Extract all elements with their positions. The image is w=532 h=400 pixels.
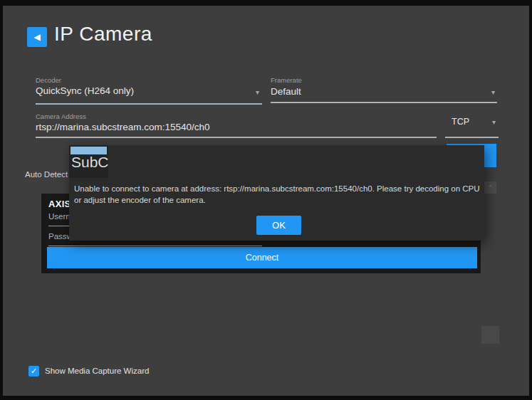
checkmark-icon: ✓	[31, 367, 37, 375]
decoder-underline	[36, 103, 262, 105]
connect-button[interactable]: Connect	[47, 247, 477, 268]
subc-logo: SubC	[69, 145, 108, 178]
page-title: IP Camera	[54, 23, 152, 46]
show-wizard-label: Show Media Capture Wizard	[45, 367, 149, 375]
decoder-select[interactable]: QuickSync (H264 only)	[36, 85, 134, 96]
connect-button-label: Connect	[246, 253, 279, 263]
auto-detect-section-label: Auto Detect	[25, 170, 68, 179]
camera-address-underline	[36, 137, 437, 138]
framerate-underline	[271, 102, 497, 103]
framerate-label: Framerate	[271, 76, 302, 84]
chevron-down-icon[interactable]: ▾	[256, 88, 259, 96]
transport-select[interactable]: TCP	[452, 117, 469, 127]
back-arrow-icon: ◀	[33, 32, 40, 42]
error-dialog: SubC Unable to connect to camera at addr…	[69, 145, 484, 241]
password-underline	[48, 246, 262, 246]
back-button[interactable]: ◀	[27, 27, 47, 47]
chevron-down-icon[interactable]: ▾	[492, 118, 496, 126]
secondary-action-button[interactable]	[481, 326, 499, 344]
show-wizard-checkbox[interactable]: ✓	[28, 366, 39, 377]
chevron-down-icon[interactable]: ▾	[491, 88, 495, 96]
chevron-up-icon: ⌃	[488, 184, 494, 191]
framerate-select[interactable]: Default	[271, 86, 301, 97]
dialog-message: Unable to connect to camera at address: …	[74, 183, 481, 206]
camera-address-label: Camera Address	[36, 112, 86, 120]
dialog-title: SubC	[71, 154, 109, 171]
transport-underline	[445, 137, 499, 138]
ok-button-label: OK	[272, 220, 286, 231]
camera-address-input[interactable]: rtsp://marina.subcstream.com:15540/ch0	[36, 122, 210, 132]
ip-camera-window: ◀ IP Camera Decoder QuickSync (H264 only…	[0, 0, 532, 400]
ok-button[interactable]: OK	[256, 216, 301, 235]
decoder-label: Decoder	[36, 76, 61, 84]
expander-button[interactable]: ⌃	[484, 181, 496, 194]
